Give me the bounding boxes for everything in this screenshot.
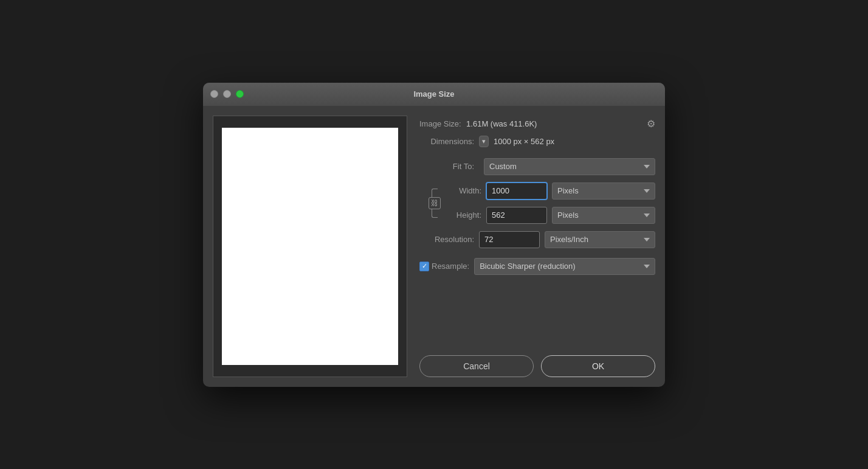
resample-row: ✓ Resample: Bicubic Sharper (reduction) …: [419, 258, 655, 275]
height-input[interactable]: [486, 207, 547, 224]
fit-to-label: Fit To:: [419, 162, 474, 171]
chain-visual: ⛓: [428, 189, 441, 218]
resolution-input[interactable]: [479, 231, 540, 248]
window-title: Image Size: [413, 89, 454, 99]
height-label: Height:: [445, 210, 481, 220]
dialog-window: Image Size Image Size: 1.61M (was 411.6K…: [203, 83, 665, 387]
minimize-button[interactable]: [223, 90, 231, 98]
resample-label: Resample:: [432, 262, 469, 271]
image-size-info: Image Size: 1.61M (was 411.6K): [419, 118, 537, 129]
dimensions-unit-dropdown[interactable]: ▾: [479, 136, 489, 147]
chain-top-line: [432, 189, 438, 197]
buttons-row: Cancel OK: [419, 348, 655, 377]
chain-bot-line: [432, 209, 438, 218]
resolution-unit-select[interactable]: Pixels/Inch Pixels/Centimeter: [545, 231, 655, 248]
dimensions-row: Dimensions: ▾ 1000 px × 562 px: [419, 136, 655, 147]
image-size-value: 1.61M (was 411.6K): [466, 119, 537, 128]
dialog-body: Image Size: 1.61M (was 411.6K) ⚙ Dimensi…: [203, 106, 665, 387]
ok-button[interactable]: OK: [541, 355, 655, 377]
wh-fields: Width: Pixels Percent Inches Centimeters…: [445, 182, 655, 224]
preview-canvas: [222, 128, 398, 365]
width-unit-select[interactable]: Pixels Percent Inches Centimeters: [552, 182, 655, 200]
dimensions-values: 1000 px × 562 px: [494, 137, 554, 146]
preview-area: [213, 116, 407, 377]
resample-checkbox-area: ✓: [419, 262, 429, 271]
maximize-button[interactable]: [236, 90, 244, 98]
window-controls: [210, 90, 244, 98]
resolution-row: Resolution: Pixels/Inch Pixels/Centimete…: [419, 231, 655, 248]
resolution-label: Resolution:: [419, 235, 474, 244]
image-size-label: Image Size:: [419, 119, 461, 128]
width-row: Width: Pixels Percent Inches Centimeters: [445, 182, 655, 200]
close-button[interactable]: [210, 90, 218, 98]
resample-checkbox[interactable]: ✓: [419, 262, 429, 271]
resample-method-select[interactable]: Bicubic Sharper (reduction) Automatic Pr…: [474, 258, 655, 275]
controls-area: Image Size: 1.61M (was 411.6K) ⚙ Dimensi…: [419, 116, 655, 377]
height-row: Height: Pixels Percent Inches Centimeter…: [445, 207, 655, 224]
gear-icon[interactable]: ⚙: [647, 118, 655, 130]
width-label: Width:: [445, 186, 481, 195]
width-input[interactable]: [486, 182, 547, 200]
image-size-info-row: Image Size: 1.61M (was 411.6K) ⚙: [419, 118, 655, 130]
fit-to-row: Fit To: Custom Original Size US Paper A4…: [419, 158, 655, 175]
width-height-container: ⛓ Width: Pixels Percent Inches Centimete…: [428, 182, 655, 224]
checkmark-icon: ✓: [422, 263, 427, 269]
cancel-button[interactable]: Cancel: [419, 355, 534, 377]
title-bar: Image Size: [203, 83, 665, 106]
chain-link-icon[interactable]: ⛓: [429, 197, 441, 209]
height-unit-select[interactable]: Pixels Percent Inches Centimeters: [552, 207, 655, 224]
dimensions-label: Dimensions:: [419, 137, 474, 146]
fit-to-select[interactable]: Custom Original Size US Paper A4 Letter: [484, 158, 655, 175]
